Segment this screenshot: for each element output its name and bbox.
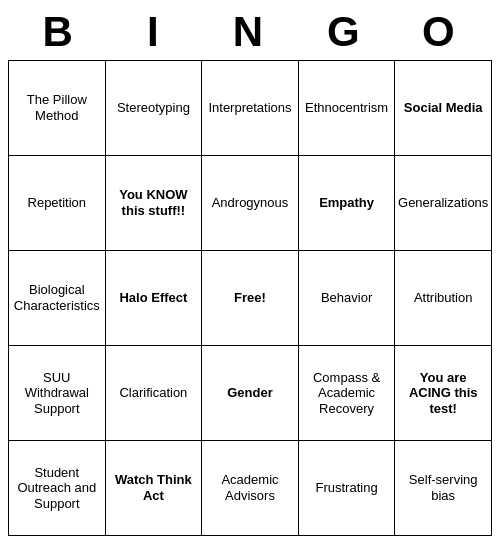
cell-r3-c2: Gender: [202, 346, 299, 441]
cell-r0-c0: The Pillow Method: [9, 61, 106, 156]
title-o: O: [393, 8, 488, 56]
cell-r1-c2: Androgynous: [202, 156, 299, 251]
cell-r3-c4: You are ACING this test!: [395, 346, 492, 441]
cell-r0-c2: Interpretations: [202, 61, 299, 156]
title-i: I: [107, 8, 202, 56]
cell-r2-c1: Halo Effect: [105, 251, 202, 346]
cell-r4-c3: Frustrating: [298, 441, 395, 536]
cell-r3-c1: Clarification: [105, 346, 202, 441]
cell-r3-c0: SUU Withdrawal Support: [9, 346, 106, 441]
cell-r3-c3: Compass & Academic Recovery: [298, 346, 395, 441]
cell-r1-c4: Generalizations: [395, 156, 492, 251]
cell-r1-c1: You KNOW this stuff!!: [105, 156, 202, 251]
cell-r2-c4: Attribution: [395, 251, 492, 346]
title-g: G: [298, 8, 393, 56]
cell-r4-c1: Watch Think Act: [105, 441, 202, 536]
title-b: B: [12, 8, 107, 56]
bingo-title: B I N G O: [8, 8, 492, 56]
cell-r1-c3: Empathy: [298, 156, 395, 251]
cell-r0-c1: Stereotyping: [105, 61, 202, 156]
cell-r4-c4: Self-serving bias: [395, 441, 492, 536]
bingo-grid: The Pillow MethodStereotypingInterpretat…: [8, 60, 492, 536]
title-n: N: [202, 8, 297, 56]
cell-r1-c0: Repetition: [9, 156, 106, 251]
cell-r0-c3: Ethnocentrism: [298, 61, 395, 156]
cell-r2-c2: Free!: [202, 251, 299, 346]
cell-r0-c4: Social Media: [395, 61, 492, 156]
cell-r2-c0: Biological Characteristics: [9, 251, 106, 346]
cell-r2-c3: Behavior: [298, 251, 395, 346]
cell-r4-c0: Student Outreach and Support: [9, 441, 106, 536]
cell-r4-c2: Academic Advisors: [202, 441, 299, 536]
